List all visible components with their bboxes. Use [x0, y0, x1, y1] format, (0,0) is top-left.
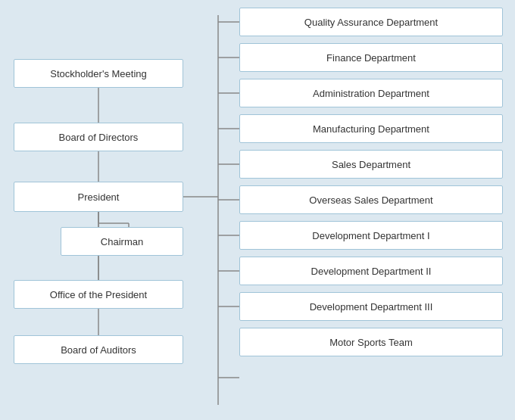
org-chart: Stockholder's Meeting Board of Directors…: [0, 0, 515, 420]
chairman-box: Chairman: [61, 227, 183, 256]
right-box-3: Manufacturing Department: [239, 114, 503, 143]
right-box-8: Development Department III: [239, 292, 503, 321]
board-of-directors-label: Board of Directors: [59, 132, 139, 143]
right-box-4: Sales Department: [239, 150, 503, 179]
president-label: President: [78, 191, 120, 203]
right-box-5: Overseas Sales Department: [239, 185, 503, 214]
chairman-label: Chairman: [101, 236, 143, 247]
board-of-directors-box: Board of Directors: [14, 123, 183, 151]
board-of-auditors-label: Board of Auditors: [61, 344, 136, 356]
right-box-0: Quality Assurance Department: [239, 8, 503, 36]
right-box-7: Development Department II: [239, 257, 503, 285]
right-box-6: Development Department I: [239, 221, 503, 250]
right-box-9: Motor Sports Team: [239, 328, 503, 356]
office-of-president-box: Office of the President: [14, 280, 183, 309]
stockholders-meeting-label: Stockholder's Meeting: [50, 68, 147, 79]
president-box: President: [14, 182, 183, 212]
right-box-1: Finance Department: [239, 43, 503, 72]
office-of-president-label: Office of the President: [50, 289, 147, 300]
board-of-auditors-box: Board of Auditors: [14, 335, 183, 364]
right-box-2: Administration Department: [239, 79, 503, 107]
stockholders-meeting-box: Stockholder's Meeting: [14, 59, 183, 88]
